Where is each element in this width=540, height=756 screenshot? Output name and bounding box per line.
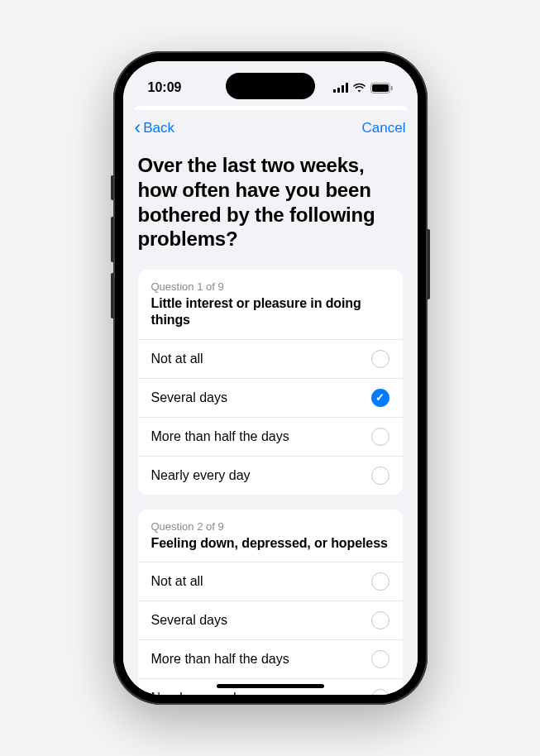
svg-rect-6 xyxy=(391,86,393,90)
option-row[interactable]: Several days ✓ xyxy=(138,378,403,417)
chevron-left-icon: ‹ xyxy=(135,118,141,137)
modal-sheet: ‹ Back Cancel Over the last two weeks, h… xyxy=(123,110,418,695)
back-button[interactable]: ‹ Back xyxy=(135,120,174,137)
svg-rect-2 xyxy=(342,85,344,93)
back-label: Back xyxy=(143,120,174,136)
battery-icon xyxy=(370,83,393,93)
nav-bar: ‹ Back Cancel xyxy=(123,110,418,146)
radio-unselected-icon xyxy=(371,350,389,368)
question-counter: Question 2 of 9 xyxy=(151,520,389,533)
phone-silent-switch xyxy=(111,175,113,200)
question-title: Feeling down, depressed, or hopeless xyxy=(151,535,389,552)
dynamic-island xyxy=(226,73,315,99)
option-row[interactable]: Not at all xyxy=(138,562,403,600)
radio-unselected-icon xyxy=(371,611,389,629)
option-label: Not at all xyxy=(151,574,203,589)
radio-selected-icon: ✓ xyxy=(371,389,389,407)
cancel-button[interactable]: Cancel xyxy=(362,120,406,136)
option-label: Several days xyxy=(151,613,228,628)
phone-frame: 10:09 ‹ Back Cancel xyxy=(113,51,428,705)
option-row[interactable]: Several days xyxy=(138,600,403,639)
question-card: Question 1 of 9 Little interest or pleas… xyxy=(138,270,403,495)
phone-volume-up xyxy=(111,217,113,262)
option-label: Nearly every day xyxy=(151,691,251,695)
status-icons xyxy=(333,74,393,93)
radio-unselected-icon xyxy=(371,572,389,591)
svg-rect-3 xyxy=(346,83,348,93)
option-label: Nearly every day xyxy=(151,468,251,483)
content-scroll[interactable]: Over the last two weeks, how often have … xyxy=(123,146,418,695)
checkmark-icon: ✓ xyxy=(375,391,385,404)
option-label: Several days xyxy=(151,390,228,405)
question-counter: Question 1 of 9 xyxy=(151,280,389,293)
question-header: Question 1 of 9 Little interest or pleas… xyxy=(138,270,403,339)
question-title: Little interest or pleasure in doing thi… xyxy=(151,295,389,329)
wifi-icon xyxy=(352,83,366,93)
cellular-signal-icon xyxy=(333,83,348,93)
radio-unselected-icon xyxy=(371,428,389,446)
screen: 10:09 ‹ Back Cancel xyxy=(123,61,418,695)
radio-unselected-icon xyxy=(371,689,389,695)
page-headline: Over the last two weeks, how often have … xyxy=(138,153,403,251)
option-row[interactable]: More than half the days xyxy=(138,417,403,456)
option-row[interactable]: Not at all xyxy=(138,339,403,378)
radio-unselected-icon xyxy=(371,650,389,668)
option-label: More than half the days xyxy=(151,652,289,667)
option-row[interactable]: Nearly every day xyxy=(138,456,403,495)
phone-power-button xyxy=(428,229,430,299)
option-row[interactable]: More than half the days xyxy=(138,639,403,678)
question-card: Question 2 of 9 Feeling down, depressed,… xyxy=(138,510,403,695)
question-header: Question 2 of 9 Feeling down, depressed,… xyxy=(138,510,403,562)
option-label: More than half the days xyxy=(151,429,289,444)
status-time: 10:09 xyxy=(148,72,182,95)
phone-volume-down xyxy=(111,273,113,318)
svg-rect-1 xyxy=(337,88,340,93)
radio-unselected-icon xyxy=(371,467,389,485)
svg-rect-5 xyxy=(372,84,389,92)
svg-rect-0 xyxy=(333,89,336,93)
home-indicator[interactable] xyxy=(217,684,324,688)
option-label: Not at all xyxy=(151,352,203,366)
